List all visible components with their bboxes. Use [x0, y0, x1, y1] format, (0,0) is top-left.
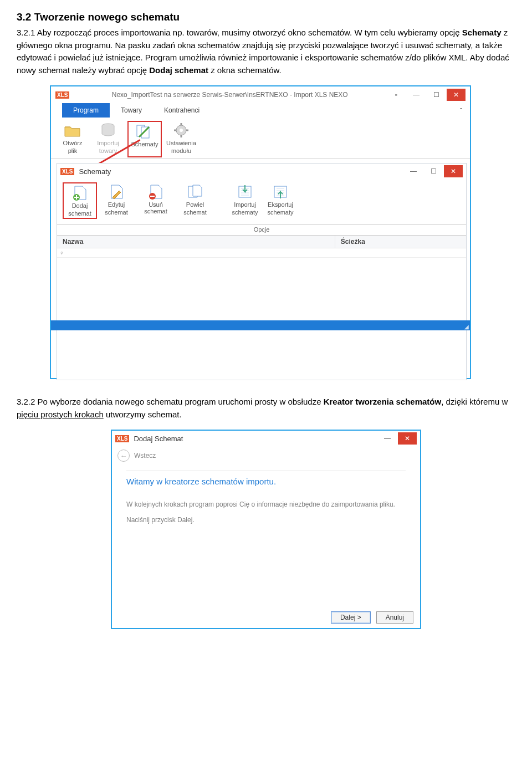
- add-document-icon: [70, 185, 89, 201]
- duplicate-document-icon: [186, 183, 204, 200]
- import-icon: [236, 183, 254, 200]
- collapse-ribbon-icon[interactable]: ˆ: [452, 105, 470, 118]
- minimize-button[interactable]: —: [407, 89, 426, 101]
- close-button[interactable]: ✕: [447, 89, 466, 101]
- tab-program[interactable]: Program: [62, 103, 110, 118]
- ribbon-state-icon[interactable]: ▫: [387, 89, 406, 101]
- paragraph-322: 3.2.2 Po wyborze dodania nowego schematu…: [17, 396, 515, 421]
- paragraph-321: 3.2.1 Aby rozpocząć proces importowania …: [17, 27, 515, 76]
- importuj-towary-button: Importuj towary: [92, 121, 124, 155]
- filter-icon: ♀: [57, 248, 64, 257]
- back-arrow-icon: ←: [117, 450, 130, 462]
- maximize-button[interactable]: ☐: [427, 89, 446, 101]
- back-label: Wstecz: [134, 452, 156, 459]
- label: modułu: [171, 147, 191, 154]
- xls-badge-icon: XLS: [60, 168, 74, 175]
- label: Otwórz: [63, 140, 83, 146]
- dodaj-schemat-button[interactable]: Dodaj schemat: [64, 183, 96, 218]
- eksportuj-schematy-button[interactable]: Eksportuj schematy: [264, 182, 296, 217]
- ribbon-group-label: Opcje: [57, 225, 466, 236]
- label: schematy: [267, 209, 293, 216]
- minimize-button[interactable]: —: [378, 432, 397, 445]
- text: utworzymy schemat.: [104, 410, 182, 419]
- table-header: Nazwa Ścieżka: [57, 236, 466, 248]
- bold-dodaj-schemat: Dodaj schemat: [149, 65, 208, 75]
- status-bar: ◢: [51, 320, 470, 330]
- ribbon-body: Otwórz plik Importuj towary Schematy Us: [51, 118, 470, 159]
- wizard-title: Dodaj Schemat: [134, 435, 183, 443]
- column-sciezka[interactable]: Ścieżka: [335, 236, 466, 248]
- schematy-icon: [135, 123, 154, 140]
- label: schemat: [183, 209, 207, 216]
- ustawienia-modulu-button[interactable]: Ustawienia modułu: [165, 121, 197, 155]
- edytuj-schemat-button[interactable]: Edytuj schemat: [100, 182, 132, 217]
- dalej-button[interactable]: Dalej >: [331, 611, 371, 624]
- underline-pieciu-krokach: pięciu prostych krokach: [17, 410, 104, 419]
- label: schemat: [68, 210, 91, 217]
- schematy-subwindow: XLS Schematy — ☐ ✕ Dodaj schemat: [57, 163, 467, 380]
- window-title: Nexo_ImportTest na serwerze Serwis-Serwe…: [74, 91, 386, 99]
- subwindow-title: Schematy: [79, 167, 111, 176]
- powiel-schemat-button[interactable]: Powiel schemat: [179, 182, 211, 217]
- label: Eksportuj: [268, 201, 293, 208]
- delete-document-icon: [146, 183, 165, 200]
- highlighted-group: Schematy: [127, 121, 162, 157]
- titlebar: XLS Nexo_ImportTest na serwerze Serwis-S…: [51, 86, 470, 103]
- anuluj-button[interactable]: Anuluj: [376, 611, 413, 624]
- table-filter-row[interactable]: ♀: [57, 248, 466, 258]
- gear-icon: [172, 122, 191, 139]
- xls-badge-icon: XLS: [115, 435, 129, 442]
- label: Importuj: [97, 140, 119, 146]
- table-body-empty: [57, 258, 466, 380]
- label: Edytuj: [108, 201, 125, 208]
- tab-kontrahenci[interactable]: Kontrahenci: [153, 103, 211, 118]
- svg-point-4: [180, 129, 183, 132]
- label: Ustawienia: [166, 140, 196, 146]
- label: Dodaj: [72, 202, 88, 209]
- label: schemat: [105, 209, 128, 216]
- subwindow-ribbon: Dodaj schemat Edytuj schemat Usuń schema…: [57, 179, 466, 225]
- label: Usuń schemat: [137, 201, 175, 215]
- label: plik: [68, 147, 78, 154]
- tab-towary[interactable]: Towary: [110, 103, 153, 118]
- highlighted-dodaj: Dodaj schemat: [63, 182, 97, 219]
- folder-open-icon: [63, 122, 82, 139]
- text: z okna schematów.: [208, 65, 282, 75]
- bold-kreator: Kreator tworzenia schematów: [324, 397, 442, 406]
- spacer: [144, 149, 145, 155]
- section-heading: 3.2 Tworzenie nowego schematu: [17, 11, 515, 23]
- edit-document-icon: [107, 183, 126, 200]
- importuj-schematy-button[interactable]: Importuj schematy: [229, 182, 261, 217]
- wizard-footer: Dalej > Anuluj: [331, 611, 413, 624]
- column-nazwa[interactable]: Nazwa: [57, 236, 335, 248]
- wizard-titlebar: XLS Dodaj Schemat — ✕: [112, 431, 420, 446]
- wizard-text-2: Naciśnij przycisk Dalej.: [126, 516, 406, 524]
- close-button[interactable]: ✕: [444, 165, 463, 177]
- close-button[interactable]: ✕: [398, 432, 417, 445]
- wizard-back-row: ← Wstecz: [112, 446, 420, 465]
- export-icon: [271, 183, 290, 200]
- screenshot-main-window: XLS Nexo_ImportTest na serwerze Serwis-S…: [50, 85, 471, 379]
- maximize-button[interactable]: ☐: [424, 165, 443, 177]
- database-icon: [99, 122, 117, 139]
- wizard-body: Witamy w kreatorze schematów importu. W …: [112, 465, 420, 537]
- schematy-button[interactable]: Schematy: [129, 122, 161, 156]
- label: schematy: [232, 209, 258, 216]
- subwindow-titlebar: XLS Schematy — ☐ ✕: [57, 164, 466, 179]
- text: 3.2.2 Po wyborze dodania nowego schematu…: [17, 397, 324, 406]
- ribbon-tabs: Program Towary Kontrahenci ˆ: [51, 103, 470, 118]
- minimize-button[interactable]: —: [404, 165, 423, 177]
- text: 3.2.1 Aby rozpocząć proces importowania …: [17, 28, 462, 37]
- usun-schemat-button[interactable]: Usuń schemat: [136, 182, 176, 223]
- bold-schematy: Schematy: [462, 28, 502, 37]
- label: Importuj: [234, 201, 256, 208]
- xls-badge-icon: XLS: [55, 91, 69, 99]
- resize-grip-icon[interactable]: ◢: [464, 324, 469, 330]
- text: , dzięki któremu w: [441, 397, 508, 406]
- otworz-plik-button[interactable]: Otwórz plik: [57, 121, 89, 155]
- label: Powiel: [186, 201, 204, 208]
- wizard-text-1: W kolejnych krokach program poprosi Cię …: [126, 501, 406, 508]
- screenshot-wizard-window: XLS Dodaj Schemat — ✕ ← Wstecz Witamy w …: [111, 430, 421, 629]
- spacer: [155, 216, 156, 222]
- wizard-heading: Witamy w kreatorze schematów importu.: [126, 471, 406, 501]
